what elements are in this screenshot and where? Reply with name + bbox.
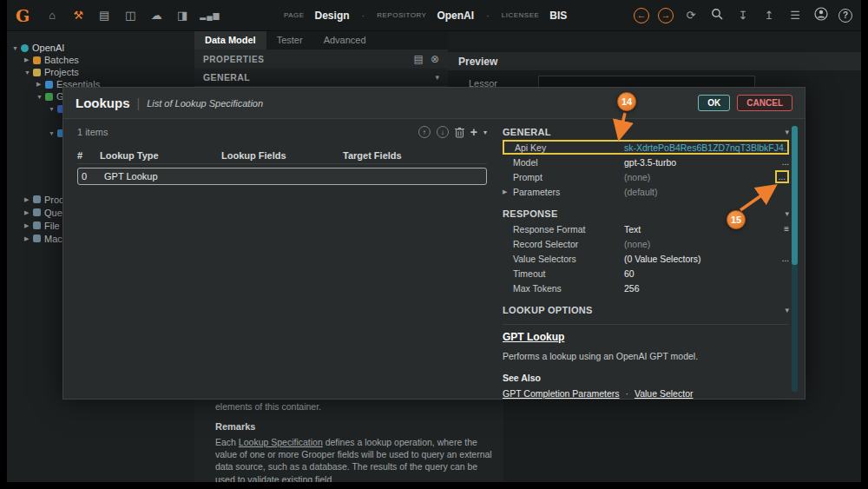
record-selector-value[interactable]: (none) xyxy=(624,239,789,249)
export-icon[interactable]: ◨ xyxy=(174,9,191,22)
tree-item-projects[interactable]: ▼ Projects xyxy=(7,66,194,78)
value-selectors-browse-button[interactable]: ... xyxy=(770,254,789,263)
folder-icon xyxy=(33,208,41,216)
expander-icon[interactable]: ▼ xyxy=(36,94,45,100)
api-key-value[interactable]: sk-XdrtePoB4Res6B1ZD7nqT3BlbkFJ4... xyxy=(624,142,787,153)
grooper-logo: G xyxy=(16,6,30,25)
property-row-record-selector[interactable]: Record Selector (none) xyxy=(503,236,789,251)
move-down-button[interactable]: ↓ xyxy=(437,126,449,138)
tree-item-label: Proc xyxy=(44,195,64,205)
help-icon[interactable]: ? xyxy=(838,9,852,23)
tab-advanced[interactable]: Advanced xyxy=(313,31,377,50)
repository-node-icon xyxy=(21,44,29,52)
row-index: 0 xyxy=(82,171,104,182)
property-row-max-tokens[interactable]: Max Tokens 256 xyxy=(503,281,789,295)
page-value[interactable]: Design xyxy=(315,10,350,22)
gpt-completion-parameters-link[interactable]: GPT Completion Parameters xyxy=(503,388,620,399)
prompt-value[interactable]: (none) xyxy=(624,172,770,182)
value-selectors-value[interactable]: (0 Value Selectors) xyxy=(624,254,770,264)
tree-item-openai[interactable]: ▼ OpenAI xyxy=(7,42,194,54)
database-icon[interactable]: ☰ xyxy=(786,9,804,22)
parameters-value[interactable]: (default) xyxy=(624,187,789,197)
refresh-icon[interactable]: ⟳ xyxy=(682,9,700,22)
response-format-menu-icon[interactable]: ≡ xyxy=(770,224,789,234)
repository-label: REPOSITORY xyxy=(377,11,426,19)
remarks-title: Remarks xyxy=(215,421,503,432)
title-divider: | xyxy=(137,96,141,110)
licensee-label: LICENSEE xyxy=(502,11,540,19)
delete-icon[interactable] xyxy=(455,127,464,138)
scrollbar-thumb[interactable] xyxy=(792,126,798,265)
general-section-header[interactable]: GENERAL ▾ xyxy=(194,69,448,87)
callout-15: 15 xyxy=(727,210,746,229)
properties-scrollbar[interactable] xyxy=(792,126,798,392)
expander-icon[interactable]: ▼ xyxy=(12,45,21,51)
tree-item-label: Projects xyxy=(44,67,79,77)
property-row-parameters[interactable]: ▶ Parameters (default) xyxy=(503,184,789,199)
lookup-specification-link[interactable]: Lookup Specification xyxy=(239,437,323,447)
value-selector-link[interactable]: Value Selector xyxy=(635,388,694,399)
callout-14: 14 xyxy=(617,92,636,111)
tab-data-model[interactable]: Data Model xyxy=(194,31,266,50)
property-row-model[interactable]: Model gpt-3.5-turbo ... xyxy=(503,155,789,169)
model-browse-button[interactable]: ... xyxy=(770,157,789,167)
expander-icon[interactable]: ▼ xyxy=(24,69,33,76)
lookup-row-selected[interactable]: 0 GPT Lookup xyxy=(77,168,487,185)
upload-icon[interactable]: ↥ xyxy=(760,9,778,22)
model-value[interactable]: gpt-3.5-turbo xyxy=(624,157,770,168)
expander-icon[interactable]: ▼ xyxy=(49,130,57,136)
expander-icon[interactable]: ▼ xyxy=(49,106,57,112)
max-tokens-value[interactable]: 256 xyxy=(624,283,789,294)
expander-icon[interactable]: ▶ xyxy=(24,209,33,216)
chevron-down-icon: ▾ xyxy=(785,128,789,136)
cancel-button[interactable]: CANCEL xyxy=(737,95,792,111)
property-row-api-key[interactable]: Api Key sk-XdrtePoB4Res6B1ZD7nqT3BlbkFJ4… xyxy=(503,140,789,155)
timeout-value[interactable]: 60 xyxy=(624,268,789,279)
download-icon[interactable]: ↧ xyxy=(734,9,752,22)
section-lookup-options[interactable]: LOOKUP OPTIONS ▾ xyxy=(503,302,789,318)
move-up-button[interactable]: ↑ xyxy=(418,126,431,138)
prompt-label: Prompt xyxy=(513,172,624,182)
tab-tester[interactable]: Tester xyxy=(266,31,313,50)
col-header-lookup-fields: Lookup Fields xyxy=(221,150,343,161)
user-icon[interactable] xyxy=(812,7,830,23)
import-icon[interactable]: ◫ xyxy=(122,9,139,22)
help-title-link[interactable]: GPT Lookup xyxy=(503,331,789,343)
add-button[interactable]: + xyxy=(470,125,477,139)
expander-icon[interactable]: ▶ xyxy=(36,81,45,88)
toolbar-left-group: G ⌂ ⚒ ▤ ◫ ☁ ◨ ▂▄▆ xyxy=(16,6,217,25)
chevron-down-icon: ▾ xyxy=(785,209,789,218)
prompt-browse-button[interactable]: ... xyxy=(775,170,789,183)
close-icon[interactable]: ⊗ xyxy=(431,53,439,65)
forward-button[interactable]: → xyxy=(658,8,674,23)
save-icon[interactable]: ▤ xyxy=(95,9,113,22)
dialog-title: Lookups xyxy=(76,96,130,110)
response-format-value[interactable]: Text xyxy=(624,224,770,235)
add-menu-chevron-icon[interactable]: ▾ xyxy=(483,129,487,136)
search-icon[interactable] xyxy=(708,8,726,23)
expander-icon[interactable]: ▶ xyxy=(24,235,33,242)
property-row-timeout[interactable]: Timeout 60 xyxy=(503,266,789,281)
tools-icon[interactable]: ⚒ xyxy=(69,9,87,22)
cloud-icon[interactable]: ☁ xyxy=(148,9,165,22)
save-icon[interactable]: ▤ xyxy=(414,53,424,65)
expander-icon[interactable]: ▶ xyxy=(24,222,33,229)
stats-icon[interactable]: ▂▄▆ xyxy=(200,11,217,20)
section-response[interactable]: RESPONSE ▾ xyxy=(503,206,789,221)
repository-value[interactable]: OpenAI xyxy=(437,10,474,22)
node-icon xyxy=(45,81,53,89)
property-row-response-format[interactable]: Response Format Text ≡ xyxy=(503,221,789,236)
section-general[interactable]: GENERAL ▾ xyxy=(503,124,789,140)
property-row-value-selectors[interactable]: Value Selectors (0 Value Selectors) ... xyxy=(503,251,789,266)
expander-icon[interactable]: ▶ xyxy=(503,188,513,195)
expander-icon[interactable]: ▶ xyxy=(24,56,33,63)
expander-icon[interactable]: ▶ xyxy=(24,196,33,203)
property-row-prompt[interactable]: Prompt (none) ... xyxy=(503,169,789,184)
folder-icon xyxy=(33,56,41,64)
dialog-header: Lookups | List of Lookup Specification O… xyxy=(63,88,805,119)
back-button[interactable]: ← xyxy=(634,8,649,23)
home-icon[interactable]: ⌂ xyxy=(43,9,61,22)
ok-button[interactable]: OK xyxy=(698,95,730,111)
chevron-down-icon: ▾ xyxy=(435,73,439,82)
tree-item-batches[interactable]: ▶ Batches xyxy=(7,54,194,66)
